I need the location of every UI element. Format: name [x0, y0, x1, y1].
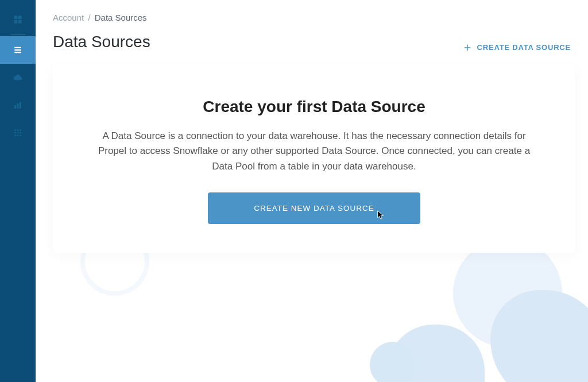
breadcrumb-separator: / [88, 13, 90, 22]
svg-point-14 [17, 132, 19, 134]
svg-point-16 [14, 134, 16, 136]
sidebar-item-metrics[interactable] [0, 91, 36, 119]
create-data-source-link[interactable]: CREATE DATA SOURCE [463, 43, 571, 52]
decoration-shape [490, 290, 588, 382]
empty-state-card: Create your first Data Source A Data Sou… [53, 64, 575, 253]
dashboard-icon [13, 14, 23, 25]
svg-point-12 [20, 129, 21, 131]
chart-icon [13, 100, 23, 110]
app-root: Account / Data Sources Data Sources CREA… [0, 0, 588, 382]
sidebar-item-data-sources[interactable] [0, 36, 36, 64]
main-content: Account / Data Sources Data Sources CREA… [36, 0, 588, 382]
sidebar-item-cloud[interactable] [0, 64, 36, 91]
sidebar-item-apps[interactable] [0, 119, 36, 146]
sidebar-nav [0, 0, 36, 382]
empty-state-title: Create your first Data Source [93, 98, 535, 116]
svg-rect-4 [14, 47, 21, 48]
empty-state-description: A Data Source is a connection to your da… [93, 129, 535, 174]
svg-rect-2 [14, 20, 17, 24]
data-sources-icon [13, 45, 23, 55]
plus-icon [463, 44, 471, 52]
create-data-source-link-label: CREATE DATA SOURCE [477, 43, 571, 52]
sidebar-divider [10, 34, 25, 35]
page-title: Data Sources [53, 33, 150, 51]
svg-point-15 [20, 132, 21, 134]
svg-point-17 [17, 134, 19, 136]
svg-point-18 [20, 134, 21, 136]
breadcrumb-current: Data Sources [95, 13, 147, 22]
svg-rect-0 [14, 16, 17, 19]
svg-point-11 [17, 129, 19, 131]
svg-rect-6 [14, 52, 21, 53]
svg-rect-1 [18, 16, 22, 19]
svg-rect-5 [14, 49, 21, 51]
svg-point-10 [14, 129, 16, 131]
svg-rect-7 [14, 105, 16, 109]
breadcrumb: Account / Data Sources [53, 13, 571, 22]
breadcrumb-parent-link[interactable]: Account [53, 13, 84, 22]
page-header: Data Sources CREATE DATA SOURCE [53, 33, 571, 52]
svg-rect-9 [20, 102, 21, 109]
svg-rect-8 [17, 103, 19, 109]
create-new-data-source-button[interactable]: CREATE NEW DATA SOURCE [208, 192, 420, 224]
apps-grid-icon [13, 128, 23, 138]
svg-point-13 [14, 132, 16, 134]
decoration-shape [370, 342, 416, 382]
cloud-icon [13, 72, 23, 83]
sidebar-item-dashboard[interactable] [0, 6, 36, 33]
svg-rect-3 [18, 20, 22, 24]
